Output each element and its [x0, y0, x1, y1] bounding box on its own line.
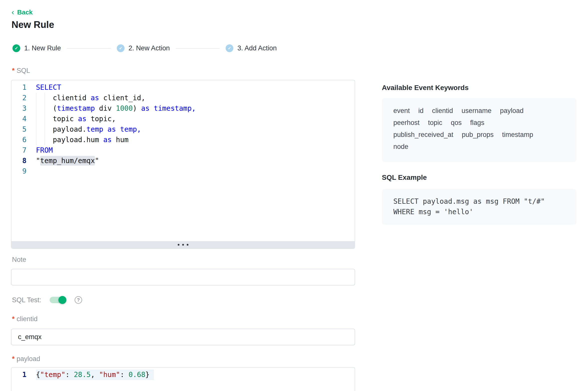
- indent-guide: [36, 114, 36, 124]
- payload-editor-content[interactable]: 1{"temp": 28.5, "hum": 0.68}: [11, 370, 355, 380]
- editor-resize-handle[interactable]: [11, 241, 355, 248]
- code-line: 2 clientid as client_id,: [11, 93, 355, 103]
- sql-test-label: SQL Test:: [12, 296, 41, 304]
- payload-label-text: payload: [17, 355, 40, 363]
- step-label: 2. New Action: [129, 44, 170, 52]
- step-item-new-action: 2. New Action: [117, 44, 170, 52]
- keyword-item: id: [418, 105, 424, 117]
- payload-label: * payload: [12, 355, 40, 363]
- keyword-item: publish_received_at: [393, 129, 453, 141]
- chevron-left-icon: ‹: [11, 9, 14, 15]
- sql-example-line: SELECT payload.msg as msg FROM "t/#": [393, 196, 577, 207]
- back-label: Back: [17, 8, 33, 16]
- code-text: (timestamp div 1000) as timestamp,: [36, 103, 196, 114]
- indent-guide: [44, 114, 45, 124]
- sql-label: * SQL: [12, 67, 30, 75]
- step-item-new-rule: 1. New Rule: [12, 44, 61, 52]
- note-input[interactable]: [11, 269, 355, 286]
- line-number: 6: [11, 135, 26, 145]
- code-text: payload.temp as temp,: [36, 124, 141, 135]
- keyword-item: username: [461, 105, 491, 117]
- code-text: topic as topic,: [36, 114, 116, 124]
- code-text: {"temp": 28.5, "hum": 0.68}: [36, 370, 154, 380]
- code-text: SELECT: [36, 82, 61, 93]
- keyword-row: publish_received_atpub_propstimestamp: [393, 129, 567, 141]
- note-label-text: Note: [12, 256, 26, 264]
- payload-editor[interactable]: 1{"temp": 28.5, "hum": 0.68}: [11, 367, 355, 391]
- keyword-row: eventidclientidusernamepayload: [393, 105, 567, 117]
- indent-guide: [44, 135, 45, 145]
- page-title: New Rule: [11, 19, 54, 30]
- indent-guide: [44, 103, 45, 114]
- clientid-label: * clientid: [12, 315, 38, 323]
- indent-guide: [36, 124, 36, 135]
- step-check-icon: [12, 44, 20, 52]
- keyword-item: node: [393, 141, 408, 153]
- step-item-add-action: 3. Add Action: [226, 44, 277, 52]
- sql-example-title: SQL Example: [382, 174, 427, 182]
- indent-guide: [44, 93, 45, 103]
- sql-example-line: WHERE msg = 'hello': [393, 207, 577, 217]
- keyword-row: node: [393, 141, 567, 153]
- keyword-row: peerhosttopicqosflags: [393, 117, 567, 129]
- keyword-item: flags: [470, 117, 484, 129]
- code-line: 6 payload.hum as hum: [11, 135, 355, 145]
- clientid-input[interactable]: [11, 329, 355, 345]
- code-line: 5 payload.temp as temp,: [11, 124, 355, 135]
- step-label: 1. New Rule: [24, 44, 61, 52]
- step-wizard: 1. New Rule 2. New Action 3. Add Action: [12, 44, 277, 52]
- line-number: 8: [11, 156, 26, 166]
- line-number: 1: [11, 370, 26, 380]
- keyword-item: payload: [500, 105, 524, 117]
- back-link[interactable]: ‹ Back: [11, 8, 33, 16]
- indent-guide: [36, 93, 36, 103]
- code-line: 1SELECT: [11, 82, 355, 93]
- help-icon[interactable]: [75, 296, 82, 304]
- line-number: 3: [11, 103, 26, 114]
- keyword-item: qos: [451, 117, 462, 129]
- indent-guide: [36, 103, 36, 114]
- keyword-item: clientid: [432, 105, 453, 117]
- indent-guide: [44, 124, 45, 135]
- step-check-icon: [226, 44, 233, 52]
- keyword-item: pub_props: [462, 129, 494, 141]
- line-number: 4: [11, 114, 26, 124]
- indent-guide: [36, 135, 36, 145]
- code-line: 8"temp_hum/emqx": [11, 156, 355, 166]
- code-line: 7FROM: [11, 145, 355, 156]
- code-text: payload.hum as hum: [36, 135, 129, 145]
- code-text: "temp_hum/emqx": [36, 156, 99, 166]
- keyword-item: event: [393, 105, 410, 117]
- keyword-item: topic: [428, 117, 442, 129]
- code-line: 9: [11, 166, 355, 177]
- step-check-icon: [117, 44, 125, 52]
- line-number: 1: [11, 82, 26, 93]
- sql-example-panel: SELECT payload.msg as msg FROM "t/#"WHER…: [382, 189, 577, 225]
- required-asterisk: *: [12, 355, 15, 363]
- line-number: 2: [11, 93, 26, 103]
- sql-editor[interactable]: 1SELECT2 clientid as client_id,3 (timest…: [11, 80, 355, 249]
- code-line: 1{"temp": 28.5, "hum": 0.68}: [11, 370, 355, 380]
- code-text: FROM: [36, 145, 53, 156]
- line-number: 9: [11, 166, 26, 177]
- code-text: clientid as client_id,: [36, 93, 145, 103]
- line-number: 5: [11, 124, 26, 135]
- sql-test-row: SQL Test:: [12, 296, 82, 304]
- keyword-item: peerhost: [393, 117, 420, 129]
- step-label: 3. Add Action: [237, 44, 277, 52]
- required-asterisk: *: [12, 67, 15, 75]
- required-asterisk: *: [12, 315, 15, 323]
- keywords-panel: eventidclientidusernamepayloadpeerhostto…: [382, 98, 577, 162]
- sql-test-toggle[interactable]: [50, 297, 66, 303]
- keywords-title: Available Event Keywords: [382, 84, 469, 92]
- clientid-label-text: clientid: [17, 315, 38, 323]
- keyword-item: timestamp: [502, 129, 533, 141]
- toggle-knob: [58, 296, 66, 304]
- sql-editor-content[interactable]: 1SELECT2 clientid as client_id,3 (timest…: [11, 80, 355, 241]
- ellipsis-icon: [178, 244, 188, 246]
- step-divider: [176, 48, 220, 49]
- step-divider: [67, 48, 111, 49]
- line-number: 7: [11, 145, 26, 156]
- sql-label-text: SQL: [17, 67, 30, 75]
- code-line: 4 topic as topic,: [11, 114, 355, 124]
